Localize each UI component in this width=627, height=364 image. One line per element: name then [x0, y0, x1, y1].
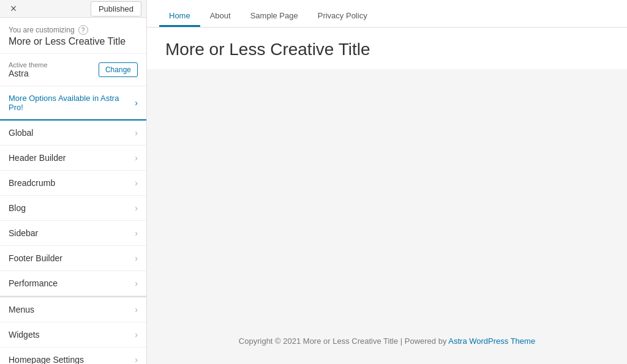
page-header: More or Less Creative Title: [147, 28, 627, 69]
chevron-right-icon: ›: [135, 305, 138, 314]
nav-tab[interactable]: About: [200, 6, 241, 27]
active-theme-section: Active theme Astra Change: [0, 54, 146, 86]
active-theme-name: Astra: [9, 69, 48, 78]
sidebar-menu-item[interactable]: Footer Builder›: [0, 246, 146, 271]
main-topnav: HomeAboutSample PagePrivacy Policy: [147, 0, 627, 28]
menu-item-label: Footer Builder: [9, 253, 62, 263]
nav-tab[interactable]: Sample Page: [241, 6, 308, 27]
chevron-right-icon: ›: [135, 128, 138, 138]
footer-theme-link[interactable]: Astra WordPress Theme: [448, 336, 535, 346]
published-button[interactable]: Published: [91, 1, 141, 17]
sidebar-menu-item[interactable]: Homepage Settings›: [0, 347, 146, 364]
sidebar-menu-item[interactable]: Breadcrumb›: [0, 171, 146, 196]
main-content: More or Less Creative Title Copyright © …: [147, 28, 627, 364]
menu-item-label: Global: [9, 128, 33, 138]
main-content-area: HomeAboutSample PagePrivacy Policy More …: [147, 0, 627, 364]
astra-pro-chevron-icon: ›: [135, 98, 138, 108]
customizing-text: You are customizing: [9, 26, 75, 34]
customizing-label-row: You are customizing ?: [9, 25, 138, 35]
chevron-right-icon: ›: [135, 203, 138, 213]
page-body: Copyright © 2021 More or Less Creative T…: [147, 69, 627, 364]
menu-item-label: Performance: [9, 278, 58, 288]
chevron-right-icon: ›: [135, 178, 138, 188]
menu-item-label: Widgets: [9, 330, 40, 340]
chevron-right-icon: ›: [135, 330, 138, 340]
nav-tab[interactable]: Home: [159, 6, 200, 27]
sidebar-topbar: × Published: [0, 0, 146, 18]
sidebar-menu-item[interactable]: Global›: [0, 121, 146, 146]
customizing-site-title: More or Less Creative Title: [9, 36, 138, 47]
chevron-right-icon: ›: [135, 355, 138, 364]
active-theme-label: Active theme: [9, 61, 48, 69]
sidebar-menu-item[interactable]: Widgets›: [0, 322, 146, 347]
primary-menu-items: Global›Header Builder›Breadcrumb›Blog›Si…: [0, 121, 146, 296]
secondary-menu-items: Menus›Widgets›Homepage Settings›Addition…: [0, 297, 146, 364]
page-title: More or Less Creative Title: [165, 40, 609, 59]
site-footer: Copyright © 2021 More or Less Creative T…: [147, 318, 627, 364]
chevron-right-icon: ›: [135, 153, 138, 163]
nav-tab[interactable]: Privacy Policy: [308, 6, 377, 27]
change-theme-button[interactable]: Change: [99, 62, 138, 77]
close-button[interactable]: ×: [5, 0, 22, 17]
help-icon[interactable]: ?: [78, 25, 88, 35]
sidebar-menu-item[interactable]: Header Builder›: [0, 146, 146, 171]
chevron-right-icon: ›: [135, 278, 138, 288]
astra-pro-banner[interactable]: More Options Available in Astra Pro! ›: [0, 86, 146, 121]
footer-text: Copyright © 2021 More or Less Creative T…: [159, 336, 615, 346]
nav-tabs: HomeAboutSample PagePrivacy Policy: [159, 0, 377, 27]
sidebar-menu-item[interactable]: Performance›: [0, 271, 146, 296]
menu-item-label: Menus: [9, 305, 34, 314]
menu-item-label: Sidebar: [9, 228, 38, 238]
chevron-right-icon: ›: [135, 228, 138, 238]
sidebar-menu-item[interactable]: Blog›: [0, 196, 146, 221]
menu-item-label: Homepage Settings: [9, 355, 84, 364]
sidebar-menu-item[interactable]: Sidebar›: [0, 221, 146, 246]
footer-copyright: Copyright © 2021 More or Less Creative T…: [239, 336, 448, 346]
customizing-info: You are customizing ? More or Less Creat…: [0, 18, 146, 54]
sidebar: × Published You are customizing ? More o…: [0, 0, 147, 364]
sidebar-menu-item[interactable]: Menus›: [0, 297, 146, 322]
astra-pro-label: More Options Available in Astra Pro!: [9, 94, 135, 112]
menu-item-label: Blog: [9, 203, 26, 213]
menu-item-label: Breadcrumb: [9, 178, 55, 188]
menu-item-label: Header Builder: [9, 153, 66, 163]
chevron-right-icon: ›: [135, 253, 138, 263]
active-theme-info: Active theme Astra: [9, 61, 48, 78]
